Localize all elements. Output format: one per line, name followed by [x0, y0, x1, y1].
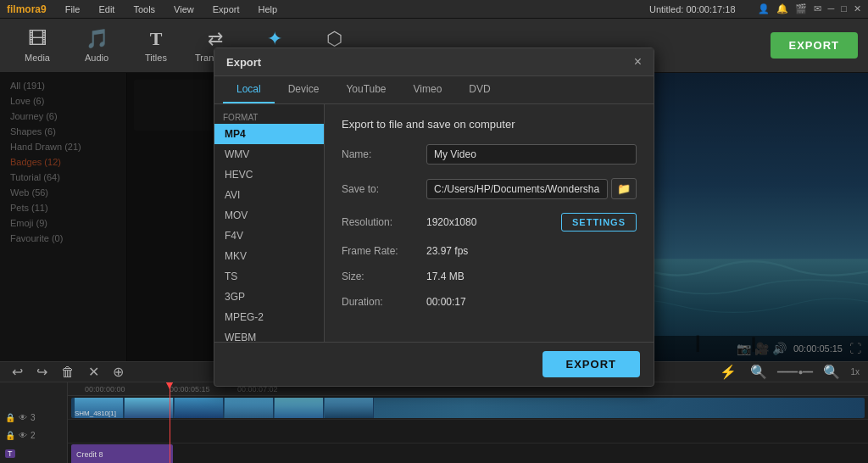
format-list: Format MP4 WMV HEVC AVI MOV F4V MKV TS 3… [214, 104, 325, 342]
browse-folder-button[interactable]: 📁 [611, 178, 637, 199]
add-marker-button[interactable]: ⊕ [109, 362, 127, 382]
toolbar-export-button[interactable]: EXPORT [771, 32, 858, 59]
format-settings: Export to file and save on computer Name… [325, 104, 654, 342]
track-video-3[interactable]: SHM_4810[1] [68, 396, 868, 420]
resolution-label: Resolution: [342, 216, 426, 228]
close-icon[interactable]: ✕ [854, 3, 861, 14]
format-section-title: Export to file and save on computer [342, 118, 637, 131]
minimize-icon[interactable]: ─ [828, 3, 835, 14]
duration-label: Duration: [342, 296, 426, 308]
bell-icon: 🔔 [776, 3, 788, 14]
modal-body: Format MP4 WMV HEVC AVI MOV F4V MKV TS 3… [214, 104, 654, 342]
resolution-settings-button[interactable]: SETTINGS [561, 213, 637, 232]
duration-value: 00:00:17 [426, 296, 637, 308]
timeline-track-labels: 🔒👁3 🔒👁2 T T [0, 382, 68, 463]
duration-row: Duration: 00:00:17 [342, 296, 637, 308]
menu-export[interactable]: Export [209, 3, 243, 16]
format-mov[interactable]: MOV [214, 205, 324, 226]
modal-header: Export × [214, 48, 654, 76]
save-to-input[interactable] [426, 179, 608, 199]
toolbar-media-label: Media [25, 53, 50, 63]
format-3gp[interactable]: 3GP [214, 287, 324, 307]
video-clip-label: SHM_4810[1] [75, 410, 116, 417]
modal-title: Export [226, 56, 261, 69]
cut-button[interactable]: ✕ [85, 362, 103, 382]
playhead[interactable] [170, 382, 170, 463]
format-avi[interactable]: AVI [214, 185, 324, 205]
toolbar-media[interactable]: 🎞 Media [10, 22, 64, 70]
zoom-in-icon[interactable]: 🔍 [820, 362, 843, 382]
film-icon: 🎬 [795, 3, 807, 14]
modal-close-button[interactable]: × [634, 55, 642, 69]
text-clip-credit[interactable]: Credit 8 [71, 444, 173, 463]
titles-icon: T [150, 28, 163, 50]
menu-tools[interactable]: Tools [130, 3, 159, 16]
track-text[interactable]: Credit 8 [68, 443, 868, 463]
format-hevc[interactable]: HEVC [214, 165, 324, 185]
zoom-out-icon[interactable]: 🔍 [747, 362, 771, 382]
export-modal: Export × Local Device YouTube Vimeo DVD … [214, 47, 654, 387]
tab-device[interactable]: Device [275, 76, 333, 103]
frame-rate-label: Frame Rate: [342, 245, 426, 257]
zoom-slider[interactable]: ━━━━●━━ [777, 367, 813, 377]
format-section-header: Format [214, 109, 324, 124]
video-clip-main[interactable]: SHM_4810[1] [71, 398, 865, 418]
tab-youtube[interactable]: YouTube [332, 76, 399, 103]
format-mkv[interactable]: MKV [214, 246, 324, 266]
redo-button[interactable]: ↪ [33, 362, 51, 382]
format-mpeg2[interactable]: MPEG-2 [214, 307, 324, 327]
save-to-row: Save to: 📁 [342, 178, 637, 199]
modal-tabs: Local Device YouTube Vimeo DVD [214, 76, 654, 104]
tab-vimeo[interactable]: Vimeo [400, 76, 456, 103]
toolbar-audio[interactable]: 🎵 Audio [70, 22, 124, 70]
user-icon: 👤 [758, 3, 770, 14]
resolution-row: Resolution: 1920x1080 SETTINGS [342, 213, 637, 232]
modal-export-button[interactable]: EXPORT [542, 351, 640, 377]
timeline-tracks[interactable]: 00:00:00:00 00:00:05:15 00:00:07:02 [68, 382, 868, 463]
menu-help[interactable]: Help [255, 3, 281, 16]
format-wmv[interactable]: WMV [214, 144, 324, 165]
track-label-2: 🔒👁2 [5, 431, 62, 440]
size-label: Size: [342, 271, 426, 282]
track-label-1: 🔒👁3 [5, 413, 62, 422]
format-mp4[interactable]: MP4 [214, 124, 324, 144]
app-time: Untitled: 00:00:17:18 [649, 4, 736, 14]
zoom-level: 1x [850, 367, 860, 377]
maximize-icon[interactable]: □ [841, 3, 847, 14]
delete-button[interactable]: 🗑 [58, 363, 78, 382]
size-value: 17.4 MB [426, 271, 637, 282]
resolution-value: 1920x1080 [426, 216, 561, 228]
track-label-3: T T [5, 449, 62, 458]
app-logo: filmora9 [7, 3, 47, 15]
timeline-content: 🔒👁3 🔒👁2 T T 00:00:00:00 00:00:05:15 00:0… [0, 382, 868, 463]
format-ts[interactable]: TS [214, 266, 324, 287]
tab-local[interactable]: Local [223, 76, 275, 103]
audio-icon: 🎵 [86, 28, 108, 50]
menu-view[interactable]: View [170, 3, 198, 16]
text-clip-label: Credit 8 [76, 450, 103, 459]
format-f4v[interactable]: F4V [214, 226, 324, 246]
undo-button[interactable]: ↩ [8, 362, 26, 382]
modal-footer: EXPORT [214, 342, 654, 386]
name-input[interactable] [426, 144, 637, 165]
name-label: Name: [342, 148, 426, 160]
frame-rate-row: Frame Rate: 23.97 fps [342, 245, 637, 257]
track-video-2[interactable] [68, 420, 868, 443]
menu-file[interactable]: File [62, 3, 84, 16]
modal-overlay: Export × Local Device YouTube Vimeo DVD … [0, 73, 868, 361]
size-row: Size: 17.4 MB [342, 271, 637, 282]
media-icon: 🎞 [28, 28, 47, 50]
toolbar-audio-label: Audio [85, 53, 108, 63]
toolbar-titles-label: Titles [145, 53, 167, 63]
save-to-label: Save to: [342, 183, 426, 195]
name-row: Name: [342, 144, 637, 165]
frame-rate-value: 23.97 fps [426, 245, 637, 257]
window-controls: 👤 🔔 🎬 ✉ ─ □ ✕ [758, 3, 861, 14]
menu-edit[interactable]: Edit [95, 3, 118, 16]
mail-icon: ✉ [814, 3, 821, 14]
tab-dvd[interactable]: DVD [455, 76, 504, 103]
snap-icon[interactable]: ⚡ [716, 362, 740, 382]
format-webm[interactable]: WEBM [214, 327, 324, 342]
menu-bar: filmora9 File Edit Tools View Export Hel… [0, 0, 868, 19]
toolbar-titles[interactable]: T Titles [129, 22, 183, 70]
